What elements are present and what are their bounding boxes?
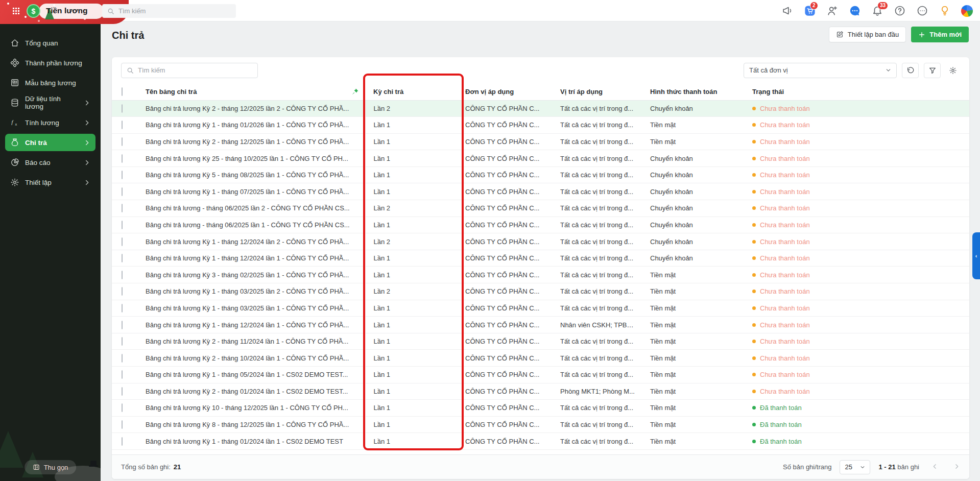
table-row[interactable]: Bảng chi trả lương Kỳ 25 - tháng 10/2025…	[112, 150, 969, 167]
table-row[interactable]: Bảng chi trả lương Kỳ 2 - tháng 12/2025 …	[112, 100, 969, 117]
cell-name[interactable]: Bảng chi trả lương Kỳ 2 - tháng 10/2024 …	[140, 350, 365, 367]
row-checkbox[interactable]	[122, 403, 123, 412]
cell-name[interactable]: Bảng chi trả lương Kỳ 1 - tháng 12/2024 …	[140, 250, 365, 267]
cell-name[interactable]: Bảng chi trả lương Kỳ 8 - tháng 12/2025 …	[140, 416, 365, 433]
filter-button[interactable]	[924, 63, 941, 78]
cell-name[interactable]: Bảng chi trả lương Kỳ 1 - tháng 12/2024 …	[140, 317, 365, 333]
cell-name[interactable]: Bảng chi trả lương Kỳ 1 - tháng 05/2024 …	[140, 367, 365, 383]
table-row[interactable]: Bảng chi trả lương Kỳ 1 - tháng 07/2025 …	[112, 183, 969, 200]
pin-icon[interactable]	[351, 88, 359, 95]
per-page-select[interactable]: 25	[840, 460, 870, 474]
row-checkbox[interactable]	[122, 387, 123, 396]
avatar[interactable]	[961, 5, 973, 17]
announcement-icon[interactable]	[781, 5, 793, 17]
table-row[interactable]: Bảng chi trả lương Kỳ 1 - tháng 03/2025 …	[112, 283, 969, 300]
cell-name[interactable]: Bảng chi trả lương Kỳ 1 - tháng 01/2024 …	[140, 433, 365, 450]
sidebar-item-tong-quan[interactable]: Tổng quan	[5, 34, 95, 52]
add-user-icon[interactable]	[826, 5, 838, 17]
cell-name[interactable]: Bảng chi trả lương Kỳ 25 - tháng 10/2025…	[140, 150, 365, 167]
row-checkbox[interactable]	[122, 137, 123, 146]
table-row[interactable]: Bảng chi trả lương Kỳ 2 - tháng 10/2024 …	[112, 350, 969, 367]
table-settings-button[interactable]	[946, 63, 960, 78]
row-checkbox[interactable]	[122, 104, 123, 113]
initial-setup-button[interactable]: Thiết lập ban đầu	[829, 27, 906, 42]
column-header-status[interactable]: Trạng thái	[744, 83, 969, 100]
more-icon[interactable]	[916, 5, 928, 17]
row-checkbox[interactable]	[122, 154, 123, 163]
sidebar-item-du-lieu-tinh-luong[interactable]: Dữ liệu tính lương	[5, 94, 95, 111]
column-header-unit[interactable]: Đơn vị áp dụng	[457, 83, 552, 100]
row-checkbox[interactable]	[122, 354, 123, 363]
row-checkbox[interactable]	[122, 271, 123, 279]
cell-name[interactable]: Bảng chi trả lương Kỳ 1 - tháng 07/2025 …	[140, 183, 365, 200]
cell-name[interactable]: Bảng chi trả lương Kỳ 5 - tháng 08/2025 …	[140, 166, 365, 183]
sidebar-item-thiet-lap[interactable]: Thiết lập	[5, 174, 95, 191]
cell-name[interactable]: Bảng chi trả lương - tháng 06/2025 lần 2…	[140, 200, 365, 217]
sidebar-item-mau-bang-luong[interactable]: Mẫu bảng lương	[5, 74, 95, 91]
row-checkbox[interactable]	[122, 304, 123, 312]
row-checkbox[interactable]	[122, 420, 123, 429]
table-row[interactable]: Bảng chi trả lương Kỳ 2 - tháng 11/2024 …	[112, 333, 969, 350]
sidebar-item-tinh-luong[interactable]: fxTính lương	[5, 114, 95, 131]
cell-name[interactable]: Bảng chi trả lương Kỳ 2 - tháng 11/2024 …	[140, 333, 365, 350]
table-row[interactable]: Bảng chi trả lương Kỳ 8 - tháng 12/2025 …	[112, 416, 969, 433]
cell-name[interactable]: Bảng chi trả lương Kỳ 1 - tháng 12/2024 …	[140, 233, 365, 250]
table-row[interactable]: Bảng chi trả lương Kỳ 2 - tháng 01/2024 …	[112, 383, 969, 400]
row-checkbox[interactable]	[122, 437, 123, 446]
bell-icon[interactable]: 33	[871, 5, 883, 17]
next-page-button[interactable]	[953, 463, 960, 471]
select-all-checkbox[interactable]	[122, 87, 123, 96]
unit-filter-select[interactable]: Tất cả đơn vị	[744, 63, 897, 78]
column-header-name[interactable]: Tên bảng chi trả	[140, 83, 365, 100]
row-checkbox[interactable]	[122, 187, 123, 196]
sidebar-item-bao-cao[interactable]: Báo cáo	[5, 154, 95, 171]
table-row[interactable]: Bảng chi trả lương Kỳ 5 - tháng 08/2025 …	[112, 166, 969, 183]
table-row[interactable]: Bảng chi trả lương Kỳ 1 - tháng 12/2024 …	[112, 233, 969, 250]
previous-page-button[interactable]	[931, 463, 938, 471]
cell-name[interactable]: Bảng chi trả lương Kỳ 1 - tháng 03/2025 …	[140, 283, 365, 300]
row-checkbox[interactable]	[122, 121, 123, 129]
column-header-payment[interactable]: Hình thức thanh toán	[642, 83, 744, 100]
global-search-input[interactable]: Tìm kiếm	[102, 4, 236, 18]
table-row[interactable]: Bảng chi trả lương Kỳ 1 - tháng 03/2025 …	[112, 300, 969, 317]
table-row[interactable]: Bảng chi trả lương Kỳ 1 - tháng 12/2024 …	[112, 317, 969, 333]
column-header-position[interactable]: Vị trí áp dụng	[552, 83, 642, 100]
row-checkbox[interactable]	[122, 221, 123, 229]
panel-toggle-tab[interactable]: ‹	[972, 232, 980, 279]
row-checkbox[interactable]	[122, 370, 123, 379]
table-row[interactable]: Bảng chi trả lương - tháng 06/2025 lần 2…	[112, 200, 969, 217]
add-new-button[interactable]: Thêm mới	[911, 27, 969, 42]
table-row[interactable]: Bảng chi trả lương Kỳ 1 - tháng 01/2026 …	[112, 117, 969, 134]
chat-icon[interactable]	[849, 5, 861, 17]
table-row[interactable]: Bảng chi trả lương Kỳ 3 - tháng 02/2025 …	[112, 267, 969, 283]
table-row[interactable]: Bảng chi trả lương Kỳ 1 - tháng 05/2024 …	[112, 367, 969, 383]
cell-name[interactable]: Bảng chi trả lương Kỳ 10 - tháng 12/2025…	[140, 400, 365, 417]
row-checkbox[interactable]	[122, 204, 123, 212]
table-row[interactable]: Bảng chi trả lương - tháng 06/2025 lần 1…	[112, 217, 969, 233]
cell-name[interactable]: Bảng chi trả lương - tháng 06/2025 lần 1…	[140, 217, 365, 233]
table-row[interactable]: Bảng chi trả lương Kỳ 1 - tháng 01/2024 …	[112, 433, 969, 450]
collapse-sidebar-button[interactable]: Thu gọn	[25, 460, 77, 474]
table-search-input[interactable]: Tìm kiếm	[121, 63, 258, 78]
cell-name[interactable]: Bảng chi trả lương Kỳ 2 - tháng 12/2025 …	[140, 133, 365, 150]
help-icon[interactable]	[894, 5, 905, 17]
table-row[interactable]: Bảng chi trả lương Kỳ 10 - tháng 12/2025…	[112, 400, 969, 417]
cell-name[interactable]: Bảng chi trả lương Kỳ 3 - tháng 02/2025 …	[140, 267, 365, 283]
cell-name[interactable]: Bảng chi trả lương Kỳ 2 - tháng 01/2024 …	[140, 383, 365, 400]
row-checkbox[interactable]	[122, 171, 123, 179]
row-checkbox[interactable]	[122, 254, 123, 262]
sidebar-item-thanh-phan-luong[interactable]: Thành phần lương	[5, 54, 95, 71]
guide-idea-icon[interactable]	[939, 5, 950, 17]
row-checkbox[interactable]	[122, 237, 123, 246]
column-header-period[interactable]: Kỳ chi trả	[365, 83, 457, 100]
cell-name[interactable]: Bảng chi trả lương Kỳ 1 - tháng 01/2026 …	[140, 117, 365, 134]
cart-icon[interactable]: 2	[804, 5, 816, 17]
reset-button[interactable]	[902, 63, 919, 78]
row-checkbox[interactable]	[122, 287, 123, 296]
app-grid-icon[interactable]	[12, 7, 20, 15]
cell-name[interactable]: Bảng chi trả lương Kỳ 1 - tháng 03/2025 …	[140, 300, 365, 317]
row-checkbox[interactable]	[122, 321, 123, 329]
cell-name[interactable]: Bảng chi trả lương Kỳ 2 - tháng 12/2025 …	[140, 100, 365, 117]
sidebar-item-chi-tra[interactable]: Chi trả	[5, 134, 95, 151]
table-row[interactable]: Bảng chi trả lương Kỳ 2 - tháng 12/2025 …	[112, 133, 969, 150]
